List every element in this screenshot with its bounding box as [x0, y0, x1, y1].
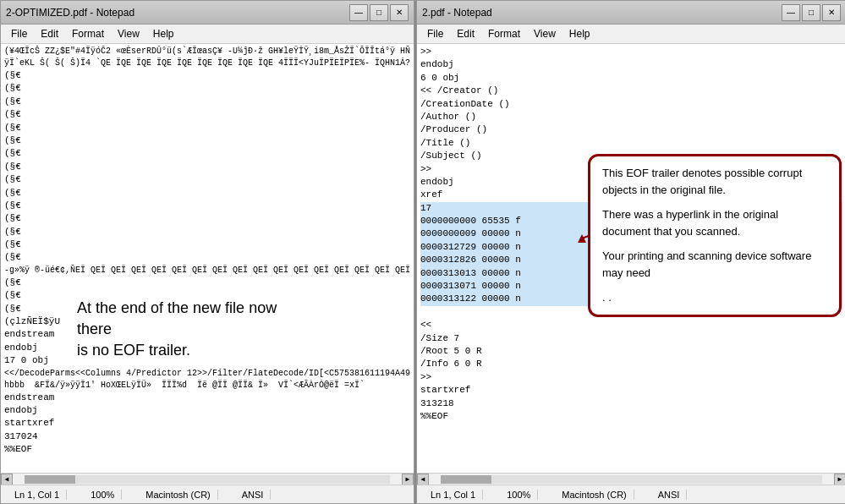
right-line-2: endobj — [420, 58, 842, 71]
left-title-bar: 2-OPTIMIZED.pdf - Notepad — □ ✕ — [1, 1, 414, 25]
left-line-2: ÿÏ`eKL Š( Š( Š)Ï4 `QE ÏQE ÏQE ÏQE ÏQE ÏQ… — [4, 58, 410, 69]
right-menu-view[interactable]: View — [527, 26, 562, 41]
right-line-eof: %%EOF — [420, 410, 842, 423]
right-scroll-track[interactable] — [441, 475, 822, 484]
right-menu-bar: File Edit Format View Help — [417, 25, 845, 44]
left-menu-file[interactable]: File — [4, 26, 34, 41]
left-menu-format[interactable]: Format — [65, 26, 111, 41]
annotation-paragraph-3: Your printing and scanning device softwa… — [602, 248, 827, 281]
left-line-30: startxref — [4, 417, 410, 430]
right-status-line-ending: Macintosh (CR) — [555, 490, 634, 500]
right-line-1: >> — [420, 46, 842, 58]
left-line-19: (§€ — [4, 277, 410, 289]
right-menu-format[interactable]: Format — [481, 26, 527, 41]
right-line-info: /Info 6 0 R — [420, 358, 842, 370]
left-menu-edit[interactable]: Edit — [34, 26, 65, 41]
right-status-section: Ln 1, Col 1 100% Macintosh (CR) ANSI — [424, 490, 687, 500]
right-line-trailer1: << — [420, 319, 842, 331]
annotation-ellipsis: . . — [602, 291, 612, 304]
left-line-10: (§€ — [4, 161, 410, 173]
left-line-1: (¥4ŒÏcŠ ZZ¿$E"#4ÏÿóĈ2 «œÈserRDÛ°ü(s`ÆÏœa… — [4, 46, 410, 58]
left-status-encoding: ANSI — [235, 490, 272, 500]
left-line-5: (§€ — [4, 96, 410, 108]
right-menu-edit[interactable]: Edit — [450, 26, 481, 41]
left-line-28: endstream — [4, 392, 410, 404]
right-maximize-button[interactable]: □ — [802, 4, 820, 21]
left-scroll-left[interactable]: ◀ — [1, 474, 13, 485]
left-line-11: (§€ — [4, 173, 410, 186]
right-status-position: Ln 1, Col 1 — [424, 490, 483, 500]
right-line-4: << /Creator () — [420, 85, 842, 97]
left-line-7: (§€ — [4, 122, 410, 134]
left-status-section: Ln 1, Col 1 100% Macintosh (CR) ANSI — [8, 490, 271, 500]
right-status-encoding: ANSI — [651, 490, 688, 500]
right-status-zoom: 100% — [500, 490, 538, 500]
left-menu-view[interactable]: View — [111, 26, 146, 41]
left-close-button[interactable]: ✕ — [390, 4, 409, 21]
right-line-size: /Size 7 — [420, 332, 842, 345]
right-line-offset: 313218 — [420, 397, 842, 410]
right-line-7: /Producer () — [420, 123, 842, 136]
right-window: 2.pdf - Notepad — □ ✕ File Edit Format V… — [416, 0, 845, 504]
right-line-startxref: startxref — [420, 384, 842, 397]
right-annotation-box: This EOF trailer denotes possible corrup… — [588, 154, 842, 317]
right-title-bar: 2.pdf - Notepad — □ ✕ — [417, 1, 845, 25]
left-status-position: Ln 1, Col 1 — [8, 490, 67, 500]
right-line-root: /Root 5 0 R — [420, 345, 842, 358]
left-line-14: (§€ — [4, 212, 410, 225]
left-annotation-text: At the end of the new file now thereis n… — [77, 299, 277, 359]
left-line-16: (§€ — [4, 238, 410, 251]
left-window: 2-OPTIMIZED.pdf - Notepad — □ ✕ File Edi… — [0, 0, 414, 504]
right-line-5: /CreationDate () — [420, 98, 842, 111]
right-menu-file[interactable]: File — [420, 26, 450, 41]
annotation-paragraph-2: There was a hyperlink in the original do… — [602, 206, 827, 239]
left-line-12: (§€ — [4, 187, 410, 200]
left-line-27: hbbb &FÏ&/ÿ»ÿÿÏ1' HoXŒELÿÏÜ» ÏÏÏ%d Ïë @Ï… — [4, 380, 410, 392]
left-line-26: <</DecodeParms<<Columns 4/Predictor 12>>… — [4, 368, 410, 380]
left-line-4: (§€ — [4, 82, 410, 95]
left-minimize-button[interactable]: — — [349, 4, 368, 21]
left-status-zoom: 100% — [84, 490, 122, 500]
annotation-paragraph-1: This EOF trailer denotes possible corrup… — [602, 165, 827, 198]
left-line-9: (§€ — [4, 147, 410, 160]
right-window-title: 2.pdf - Notepad — [422, 7, 782, 19]
left-line-6: (§€ — [4, 108, 410, 121]
right-line-6: /Author () — [420, 111, 842, 123]
left-line-8: (§€ — [4, 134, 410, 147]
left-window-controls: — □ ✕ — [349, 4, 409, 21]
right-scroll-left[interactable]: ◀ — [417, 474, 429, 485]
right-window-controls: — □ ✕ — [782, 4, 841, 21]
left-window-title: 2-OPTIMIZED.pdf - Notepad — [6, 7, 349, 19]
left-menu-bar: File Edit Format View Help — [1, 25, 414, 44]
right-scroll-thumb[interactable] — [441, 475, 491, 484]
right-horizontal-scrollbar[interactable]: ◀ ▶ — [417, 473, 845, 485]
left-menu-help[interactable]: Help — [146, 26, 181, 41]
right-minimize-button[interactable]: — — [782, 4, 800, 21]
left-scroll-thumb[interactable] — [25, 475, 75, 484]
right-editor[interactable]: >> endobj 6 0 obj << /Creator () /Creati… — [417, 44, 845, 473]
left-scroll-right[interactable]: ▶ — [402, 474, 414, 485]
right-line-3: 6 0 obj — [420, 72, 842, 85]
left-status-line-ending: Macintosh (CR) — [139, 490, 217, 500]
left-status-bar: Ln 1, Col 1 100% Macintosh (CR) ANSI — [1, 485, 414, 503]
left-line-29: endobj — [4, 404, 410, 417]
left-line-18: -g»%ÿ ®-üé€¢,ÑEÏ QEÏ QEÏ QEÏ QEÏ QEÏ QEÏ… — [4, 265, 410, 277]
right-line-8: /Title () — [420, 137, 842, 150]
right-menu-help[interactable]: Help — [562, 26, 597, 41]
left-line-13: (§€ — [4, 200, 410, 212]
left-line-32: %%EOF — [4, 443, 410, 456]
right-close-button[interactable]: ✕ — [822, 4, 841, 21]
right-line-trailer2: >> — [420, 371, 842, 384]
right-status-bar: Ln 1, Col 1 100% Macintosh (CR) ANSI — [417, 485, 845, 503]
right-scroll-right[interactable]: ▶ — [834, 474, 845, 485]
left-line-17: (§€ — [4, 251, 410, 264]
left-horizontal-scrollbar[interactable]: ◀ ▶ — [1, 473, 414, 485]
left-line-31: 317024 — [4, 430, 410, 443]
left-editor[interactable]: (¥4ŒÏcŠ ZZ¿$E"#4ÏÿóĈ2 «œÈserRDÛ°ü(s`ÆÏœa… — [1, 44, 414, 473]
left-line-15: (§€ — [4, 226, 410, 238]
left-line-3: (§€ — [4, 69, 410, 82]
left-scroll-track[interactable] — [25, 475, 390, 484]
left-maximize-button[interactable]: □ — [370, 4, 388, 21]
left-annotation: At the end of the new file now thereis n… — [77, 298, 297, 362]
